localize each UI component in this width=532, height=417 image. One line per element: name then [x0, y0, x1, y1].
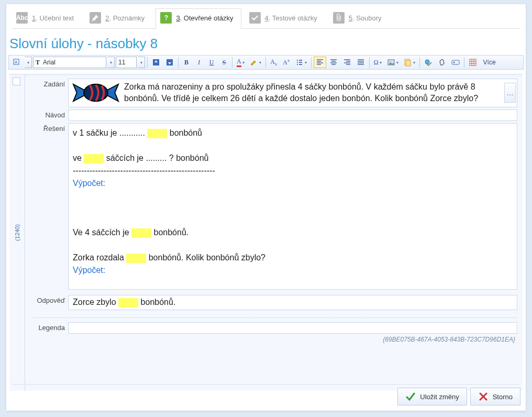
svg-rect-7: [406, 60, 411, 66]
font-name-select[interactable]: T Arial: [33, 57, 106, 68]
font-name-caret[interactable]: ▾: [107, 57, 115, 68]
table-button[interactable]: [467, 57, 479, 68]
label-reseni: Řešení: [34, 123, 68, 133]
field-odpoved[interactable]: Zorce zbylo bonbónů.: [68, 295, 517, 310]
more-button[interactable]: Více: [480, 59, 499, 66]
underline-button[interactable]: U: [206, 57, 217, 68]
editor-toolbar: A ▾ T Arial ▾ 11 ▾ B I U S A Ax Ax Ω: [8, 55, 524, 70]
font-name-value: Arial: [43, 59, 56, 66]
row-reseni: Řešení v 1 sáčku je ........... bonbónů …: [34, 123, 517, 290]
field-legenda[interactable]: [68, 322, 517, 334]
tab-testove-otazky[interactable]: 4. Testové otázky: [245, 8, 325, 29]
close-icon: [478, 391, 489, 402]
link-button[interactable]: [436, 57, 448, 68]
shrink-font-button[interactable]: [163, 57, 176, 68]
footer-buttons: Uložit změny Storno: [397, 388, 520, 405]
align-left-button[interactable]: [314, 57, 326, 68]
bold-button[interactable]: B: [181, 57, 192, 68]
tab-label: 1. Učební text: [32, 14, 74, 22]
blank-input[interactable]: [118, 298, 138, 308]
page-title: Slovní úlohy - násobky 8: [6, 29, 526, 55]
field-zadani[interactable]: Zorka má narozeniny a pro spolužáky přin…: [68, 79, 517, 107]
row-checkbox[interactable]: [13, 78, 20, 85]
svg-rect-9: [452, 60, 459, 64]
save-button[interactable]: Uložit změny: [397, 388, 467, 405]
superscript-button[interactable]: Ax: [268, 57, 280, 68]
question-icon: ?: [160, 12, 172, 24]
field-reseni[interactable]: v 1 sáčku je ........... bonbónů ve sáčc…: [68, 123, 517, 290]
strike-button[interactable]: S: [218, 57, 230, 68]
row-odpoved: Odpověď Zorce zbylo bonbónů.: [34, 295, 517, 310]
italic-button[interactable]: I: [193, 57, 205, 68]
tab-bar: Abc 1. Učební text 2. Poznámky ? 3. Otev…: [6, 4, 526, 29]
subscript-button[interactable]: Ax: [281, 57, 292, 68]
zadani-ellipsis-button[interactable]: …: [504, 83, 516, 103]
tab-underline: [12, 28, 520, 29]
blank-input[interactable]: [131, 228, 151, 238]
label-legenda: Legenda: [34, 322, 68, 332]
record-guid: {69BE075B-467A-4053-843B-723C7D96D1EA}: [34, 336, 517, 343]
tab-label: 2. Poznámky: [105, 14, 145, 22]
tab-label: 5. Soubory: [349, 14, 382, 22]
globe-image-button[interactable]: [422, 57, 435, 68]
tab-soubory[interactable]: 5. Soubory: [328, 8, 390, 29]
symbol-button[interactable]: Ω: [372, 57, 384, 68]
check-icon: [249, 12, 261, 24]
blank-input[interactable]: [147, 129, 167, 138]
side-gutter: (1240): [9, 74, 25, 391]
field-navod[interactable]: [68, 109, 517, 121]
dotted-separator: [34, 317, 517, 318]
vypocet-label: Výpočet:: [73, 177, 513, 190]
align-right-button[interactable]: [341, 57, 353, 68]
tab-otevrene-otazky[interactable]: ? 3. Otevřené otázky: [156, 8, 241, 29]
font-color-button[interactable]: A: [235, 57, 247, 68]
candy-icon: [71, 81, 121, 104]
content-area: (1240) Zadání Zorka má narozeniny a pro …: [9, 74, 523, 391]
tab-ucebni-text[interactable]: Abc 1. Učební text: [12, 8, 82, 29]
footer-separator: [13, 384, 519, 385]
tab-label: 3. Otevřené otázky: [176, 14, 233, 22]
pin-icon: [90, 12, 101, 24]
row-navod: Návod: [34, 109, 517, 121]
anchor-button[interactable]: [449, 57, 462, 68]
label-zadani: Zadání: [34, 79, 68, 88]
style-dropdown-icon[interactable]: A: [11, 57, 24, 68]
blank-input[interactable]: [84, 154, 104, 163]
svg-point-8: [425, 60, 429, 64]
grow-font-button[interactable]: [150, 57, 162, 68]
cancel-button[interactable]: Storno: [470, 388, 520, 405]
tab-label: 4. Testové otázky: [265, 14, 317, 22]
svg-text:A: A: [15, 60, 18, 64]
svg-rect-11: [470, 59, 476, 65]
row-legenda: Legenda: [34, 322, 517, 334]
font-t-icon: T: [36, 59, 40, 67]
svg-point-10: [453, 62, 455, 63]
tab-poznamky[interactable]: 2. Poznámky: [85, 8, 152, 29]
record-id: (1240): [14, 224, 20, 241]
row-zadani: Zadání Zorka má narozeniny a pro spolužá…: [34, 79, 517, 107]
align-justify-button[interactable]: [354, 57, 367, 68]
zadani-text: Zorka má narozeniny a pro spolužáky přin…: [124, 81, 501, 105]
check-icon: [405, 391, 416, 402]
insert-image-button[interactable]: [385, 57, 401, 68]
main-panel: Abc 1. Učební text 2. Poznámky ? 3. Otev…: [6, 4, 526, 411]
label-odpoved: Odpověď: [34, 295, 68, 304]
insert-object-button[interactable]: [402, 57, 417, 68]
align-center-button[interactable]: [327, 57, 340, 68]
label-navod: Návod: [34, 109, 68, 119]
list-button[interactable]: [293, 57, 309, 68]
font-size-select[interactable]: 11: [116, 57, 137, 68]
vypocet-label: Výpočet:: [73, 264, 513, 277]
font-size-caret[interactable]: ▾: [138, 57, 145, 68]
style-caret[interactable]: ▾: [25, 57, 32, 68]
blank-input[interactable]: [126, 254, 146, 263]
attach-icon: [333, 12, 345, 24]
highlight-button[interactable]: [248, 57, 263, 68]
abc-icon: Abc: [16, 12, 28, 24]
form-rows: Zadání Zorka má narozeniny a pro spolužá…: [34, 79, 517, 343]
font-size-value: 11: [118, 59, 125, 66]
